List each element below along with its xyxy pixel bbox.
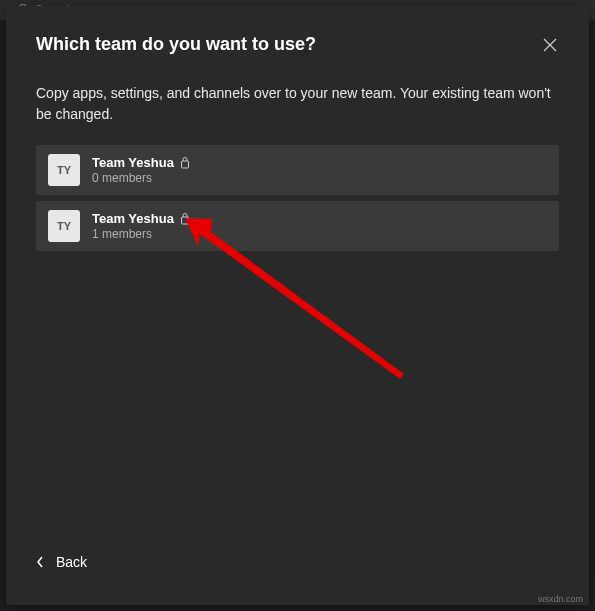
modal-footer: Back: [6, 524, 589, 605]
team-avatar: TY: [48, 210, 80, 242]
team-item[interactable]: TY Team Yeshua 1 members: [36, 201, 559, 251]
team-info: Team Yeshua 1 members: [92, 211, 190, 241]
team-members: 0 members: [92, 171, 190, 185]
watermark: wsxdn.com: [538, 594, 583, 604]
close-icon: [543, 38, 557, 52]
chevron-left-icon: [36, 556, 44, 568]
back-button[interactable]: Back: [36, 554, 87, 570]
team-name: Team Yeshua: [92, 211, 174, 226]
team-item[interactable]: TY Team Yeshua 0 members: [36, 145, 559, 195]
team-list: TY Team Yeshua 0 members TY T: [6, 125, 589, 251]
org-icon: [180, 213, 190, 225]
modal-title: Which team do you want to use?: [36, 34, 316, 55]
team-members: 1 members: [92, 227, 190, 241]
svg-rect-5: [181, 217, 188, 224]
close-button[interactable]: [541, 36, 559, 54]
org-icon: [180, 157, 190, 169]
back-label: Back: [56, 554, 87, 570]
team-avatar: TY: [48, 154, 80, 186]
team-name: Team Yeshua: [92, 155, 174, 170]
team-info: Team Yeshua 0 members: [92, 155, 190, 185]
modal-description: Copy apps, settings, and channels over t…: [6, 55, 589, 125]
team-picker-modal: Which team do you want to use? Copy apps…: [6, 6, 589, 605]
svg-rect-4: [181, 161, 188, 168]
